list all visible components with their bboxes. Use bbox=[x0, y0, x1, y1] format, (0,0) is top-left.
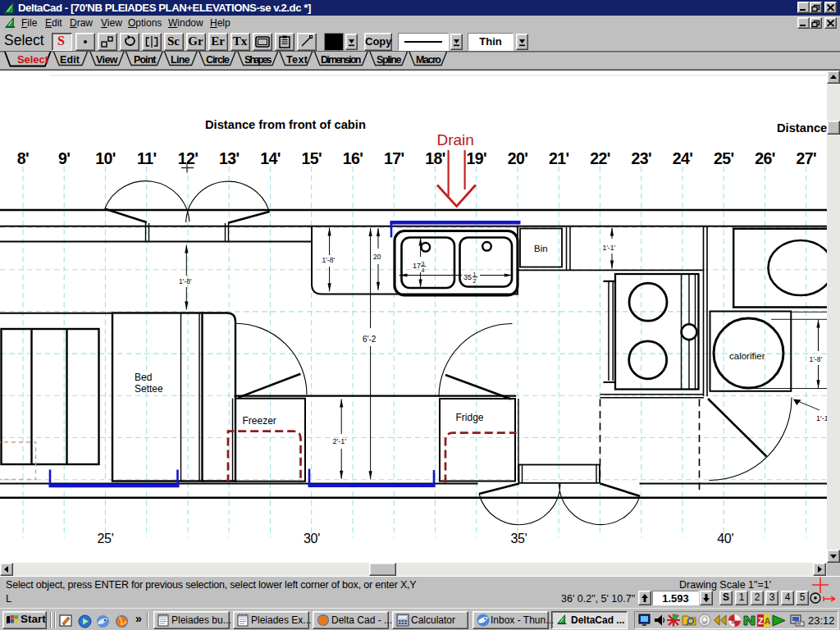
svg-text:9': 9' bbox=[58, 149, 70, 167]
svg-text:23': 23' bbox=[631, 149, 651, 167]
svg-text:17': 17' bbox=[384, 149, 404, 167]
svg-text:View: View bbox=[96, 54, 118, 66]
svg-text:35': 35' bbox=[511, 532, 527, 546]
svg-text:Distance: Distance bbox=[777, 121, 827, 135]
svg-text:13': 13' bbox=[219, 149, 240, 167]
svg-text:1'-8': 1'-8' bbox=[179, 277, 192, 285]
svg-text:Distance from front of cabin: Distance from front of cabin bbox=[205, 118, 366, 131]
svg-text:2'-1': 2'-1' bbox=[333, 437, 347, 445]
svg-text:20: 20 bbox=[373, 253, 381, 261]
svg-text:Z: Z bbox=[758, 616, 764, 626]
svg-text:18': 18' bbox=[425, 149, 445, 167]
svg-text:14': 14' bbox=[260, 149, 281, 167]
svg-text:calorifier: calorifier bbox=[729, 351, 765, 361]
svg-text:22': 22' bbox=[590, 149, 610, 167]
svg-text:Point: Point bbox=[134, 54, 157, 66]
svg-text:25': 25' bbox=[714, 149, 734, 167]
svg-text:26': 26' bbox=[755, 149, 775, 167]
svg-text:12': 12' bbox=[178, 149, 199, 167]
svg-text:Select: Select bbox=[17, 54, 49, 66]
svg-text:11': 11' bbox=[137, 149, 156, 167]
svg-text:27': 27' bbox=[796, 149, 816, 167]
svg-text:35: 35 bbox=[463, 273, 472, 281]
svg-text:1: 1 bbox=[473, 272, 477, 277]
svg-text:6'-2: 6'-2 bbox=[363, 335, 377, 344]
svg-text:3: 3 bbox=[422, 261, 425, 267]
svg-text:20': 20' bbox=[508, 149, 528, 167]
svg-text:21': 21' bbox=[549, 149, 569, 167]
svg-text:1'-1: 1'-1 bbox=[816, 414, 827, 422]
svg-text:Line: Line bbox=[171, 54, 190, 66]
svg-text:25': 25' bbox=[98, 532, 114, 546]
svg-text:Macro: Macro bbox=[416, 54, 441, 66]
svg-text:Dimension: Dimension bbox=[321, 54, 362, 66]
svg-text:Circle: Circle bbox=[206, 54, 230, 66]
svg-text:8': 8' bbox=[17, 149, 29, 167]
svg-text:Bin: Bin bbox=[534, 244, 548, 253]
svg-text:19': 19' bbox=[466, 149, 486, 167]
svg-text:16': 16' bbox=[343, 149, 363, 167]
svg-text:Fridge: Fridge bbox=[456, 412, 484, 423]
svg-text:Text: Text bbox=[286, 54, 308, 66]
svg-text:1'-8': 1'-8' bbox=[322, 256, 336, 264]
svg-text:2: 2 bbox=[473, 278, 477, 284]
svg-text:10': 10' bbox=[95, 149, 116, 167]
svg-text:A: A bbox=[765, 616, 771, 626]
svg-text:17: 17 bbox=[413, 262, 421, 270]
svg-text:Settee: Settee bbox=[135, 383, 163, 395]
svg-text:Spline: Spline bbox=[377, 54, 402, 66]
svg-text:Edit: Edit bbox=[60, 54, 80, 66]
svg-text:24': 24' bbox=[673, 149, 693, 167]
svg-text:S: S bbox=[731, 618, 736, 625]
svg-text:40': 40' bbox=[717, 532, 733, 546]
svg-text:15': 15' bbox=[301, 149, 322, 167]
svg-text:Drain: Drain bbox=[437, 131, 474, 148]
svg-text:1'-8': 1'-8' bbox=[810, 355, 823, 363]
svg-text:Freezer: Freezer bbox=[243, 415, 276, 427]
svg-text:30': 30' bbox=[304, 532, 320, 546]
svg-text:Bed: Bed bbox=[135, 372, 152, 383]
svg-text:4: 4 bbox=[422, 267, 425, 273]
svg-text:Shapes: Shapes bbox=[244, 54, 272, 66]
svg-text:1'-1': 1'-1' bbox=[603, 244, 616, 252]
